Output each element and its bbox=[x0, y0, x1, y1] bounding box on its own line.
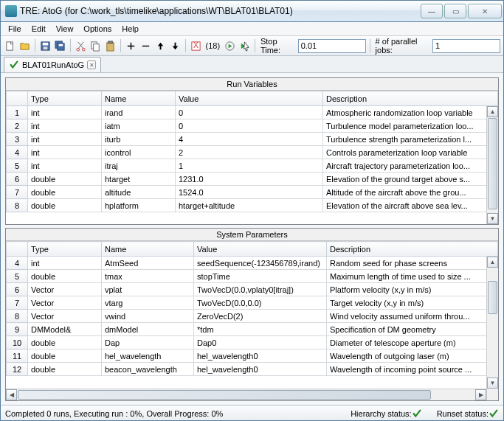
col-type[interactable]: Type bbox=[28, 242, 102, 257]
col-value[interactable]: Value bbox=[176, 91, 323, 106]
cell-description[interactable]: Aircraft trajectory parameterization loo… bbox=[323, 159, 498, 173]
parallel-jobs-input[interactable] bbox=[432, 39, 500, 53]
add-icon[interactable] bbox=[125, 39, 137, 52]
cell-value[interactable]: 0 bbox=[176, 106, 323, 119]
cell-value[interactable]: 1231.0 bbox=[176, 173, 323, 186]
cell-value[interactable]: *tdm bbox=[194, 323, 327, 336]
cell-value[interactable]: hel_wavelength0 bbox=[194, 363, 327, 376]
table-row[interactable]: 5intitraj1Aircraft trajectory parameteri… bbox=[7, 159, 498, 173]
cell-type[interactable]: int bbox=[28, 106, 102, 119]
tab-close-icon[interactable]: ✕ bbox=[87, 60, 96, 69]
cell-value[interactable]: Dap0 bbox=[194, 336, 327, 349]
tab-runatog[interactable]: BLAT01RunAtoG ✕ bbox=[4, 57, 101, 72]
cell-value[interactable]: 0 bbox=[176, 119, 323, 133]
up-arrow-icon[interactable] bbox=[154, 39, 167, 52]
cell-type[interactable]: int bbox=[28, 119, 102, 133]
cell-name[interactable]: Dap bbox=[102, 336, 194, 349]
cell-name[interactable]: altitude bbox=[102, 186, 176, 199]
scrollbar-vertical[interactable]: ▲ ▼ bbox=[486, 257, 498, 400]
cell-description[interactable]: Turbulence strength parameterization l..… bbox=[323, 133, 498, 146]
save-icon[interactable] bbox=[39, 39, 52, 52]
cell-description[interactable]: Wind velocity assumed uniform throu... bbox=[327, 310, 498, 323]
cell-type[interactable]: DMModel& bbox=[28, 323, 102, 336]
table-row[interactable]: 7VectorvtargTwoVecD(0.0,0.0)Target veloc… bbox=[7, 296, 498, 310]
cell-name[interactable]: htarget bbox=[102, 173, 176, 186]
maximize-button[interactable]: ▭ bbox=[444, 4, 466, 18]
cell-value[interactable]: htarget+altitude bbox=[176, 199, 323, 212]
menu-file[interactable]: File bbox=[4, 23, 26, 35]
menu-edit[interactable]: Edit bbox=[27, 23, 50, 35]
stop-time-input[interactable] bbox=[298, 39, 366, 53]
cell-type[interactable]: int bbox=[28, 146, 102, 159]
table-row[interactable]: 6doublehtarget1231.0Elevation of the gro… bbox=[7, 173, 498, 186]
cell-type[interactable]: double bbox=[28, 349, 102, 363]
cell-description[interactable]: Platform velocity (x,y in m/s) bbox=[327, 283, 498, 296]
cell-name[interactable]: vtarg bbox=[102, 296, 194, 310]
cell-type[interactable]: double bbox=[28, 336, 102, 349]
menu-help[interactable]: Help bbox=[117, 23, 143, 35]
table-row[interactable]: 9DMModel&dmModel*tdmSpecification of DM … bbox=[7, 323, 498, 336]
down-arrow-icon[interactable] bbox=[169, 39, 182, 52]
table-row[interactable]: 10doubleDapDap0Diameter of telescope ape… bbox=[7, 336, 498, 349]
cell-value[interactable]: stopTime bbox=[194, 270, 327, 283]
scroll-up-icon[interactable]: ▲ bbox=[487, 106, 498, 117]
cell-description[interactable]: Wavelength of incoming point source ... bbox=[327, 363, 498, 376]
cell-name[interactable]: itraj bbox=[102, 159, 176, 173]
cell-value[interactable]: 1524.0 bbox=[176, 186, 323, 199]
scroll-down-icon[interactable]: ▼ bbox=[487, 213, 498, 224]
menu-view[interactable]: View bbox=[52, 23, 78, 35]
table-row[interactable]: 11doublehel_wavelengthhel_wavelength0Wav… bbox=[7, 349, 498, 363]
cell-value[interactable]: 2 bbox=[176, 146, 323, 159]
cell-type[interactable]: Vector bbox=[28, 283, 102, 296]
col-rownum[interactable] bbox=[7, 242, 28, 257]
cell-name[interactable]: iatm bbox=[102, 119, 176, 133]
remove-icon[interactable] bbox=[139, 39, 152, 52]
table-row[interactable]: 1intirand0Atmospheric randomization loop… bbox=[7, 106, 498, 119]
cell-description[interactable]: Elevation of the ground target above s..… bbox=[323, 173, 498, 186]
cell-value[interactable]: TwoVecD(0.0,0.0) bbox=[194, 296, 327, 310]
cell-name[interactable]: vplat bbox=[102, 283, 194, 296]
cell-type[interactable]: Vector bbox=[28, 310, 102, 323]
close-button[interactable]: ✕ bbox=[468, 4, 502, 18]
cell-type[interactable]: int bbox=[28, 159, 102, 173]
cell-description[interactable]: Controls parameterization loop variable bbox=[323, 146, 498, 159]
cell-name[interactable]: iturb bbox=[102, 133, 176, 146]
cell-value[interactable]: seedSequence(-123456789,irand) bbox=[194, 257, 327, 270]
cell-description[interactable]: Elevation of the aircraft above sea lev.… bbox=[323, 199, 498, 212]
paste-icon[interactable] bbox=[104, 39, 117, 52]
table-row[interactable]: 3intiturb4Turbulence strength parameteri… bbox=[7, 133, 498, 146]
cell-value[interactable]: 1 bbox=[176, 159, 323, 173]
minimize-button[interactable]: — bbox=[421, 4, 443, 18]
cell-description[interactable]: Target velocity (x,y in m/s) bbox=[327, 296, 498, 310]
scroll-up-icon[interactable]: ▲ bbox=[487, 257, 498, 268]
col-value[interactable]: Value bbox=[194, 242, 327, 257]
table-row[interactable]: 8VectorvwindZeroVecD(2)Wind velocity ass… bbox=[7, 310, 498, 323]
cell-description[interactable]: Random seed for phase screens bbox=[327, 257, 498, 270]
cell-name[interactable]: vwind bbox=[102, 310, 194, 323]
table-row[interactable]: 6VectorvplatTwoVecD(0.0,vplaty0[itraj])P… bbox=[7, 283, 498, 296]
scrollbar-horizontal[interactable]: ◀ ▶ bbox=[6, 389, 486, 400]
cell-name[interactable]: beacon_wavelength bbox=[102, 363, 194, 376]
col-description[interactable]: Description bbox=[327, 242, 498, 257]
table-row[interactable]: 5doubletmaxstopTimeMaximum length of tim… bbox=[7, 270, 498, 283]
open-icon[interactable] bbox=[18, 39, 31, 52]
copy-icon[interactable] bbox=[89, 39, 102, 52]
cell-name[interactable]: hel_wavelength bbox=[102, 349, 194, 363]
cell-type[interactable]: double bbox=[28, 173, 102, 186]
cell-description[interactable]: Wavelength of outgoing laser (m) bbox=[327, 349, 498, 363]
xml-icon[interactable]: X bbox=[190, 39, 202, 52]
cell-name[interactable]: dmModel bbox=[102, 323, 194, 336]
cell-type[interactable]: double bbox=[28, 363, 102, 376]
table-row[interactable]: 2intiatm0Turbulence model parameterizati… bbox=[7, 119, 498, 133]
cell-name[interactable]: tmax bbox=[102, 270, 194, 283]
scroll-left-icon[interactable]: ◀ bbox=[6, 389, 17, 400]
cell-name[interactable]: irand bbox=[102, 106, 176, 119]
table-row[interactable]: 8doublehplatformhtarget+altitudeElevatio… bbox=[7, 199, 498, 212]
table-row[interactable]: 4inticontrol2Controls parameterization l… bbox=[7, 146, 498, 159]
cell-description[interactable]: Altitude of the aircraft above the grou.… bbox=[323, 186, 498, 199]
cell-name[interactable]: AtmSeed bbox=[102, 257, 194, 270]
cell-value[interactable]: ZeroVecD(2) bbox=[194, 310, 327, 323]
scroll-down-icon[interactable]: ▼ bbox=[487, 377, 498, 389]
cell-type[interactable]: double bbox=[28, 199, 102, 212]
col-name[interactable]: Name bbox=[102, 242, 194, 257]
